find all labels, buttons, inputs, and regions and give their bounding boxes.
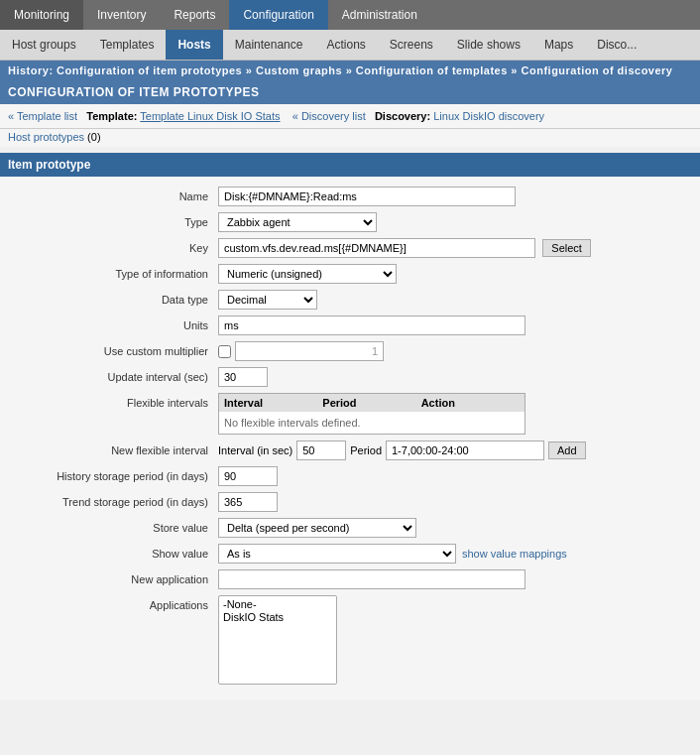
- dtype-row: Data type Decimal Octal Hexadecimal: [0, 290, 700, 310]
- dtype-label: Data type: [0, 290, 218, 306]
- host-prototypes-count: (0): [87, 131, 100, 143]
- history-input[interactable]: [218, 466, 278, 486]
- discovery-label: Discovery:: [375, 110, 430, 122]
- template-list-link[interactable]: « Template list: [8, 110, 77, 122]
- key-input[interactable]: [218, 238, 535, 258]
- store-select[interactable]: As is Delta (speed per second) Delta (si…: [218, 518, 416, 538]
- show-select[interactable]: As is: [218, 544, 456, 564]
- name-control: [218, 187, 700, 206]
- nav-host-groups[interactable]: Host groups: [0, 30, 88, 60]
- top-nav: Monitoring Inventory Reports Configurati…: [0, 0, 700, 30]
- trend-label: Trend storage period (in days): [0, 492, 218, 508]
- units-label: Units: [0, 315, 218, 331]
- name-row: Name: [0, 187, 700, 206]
- period-input[interactable]: [386, 440, 544, 460]
- type-select[interactable]: Zabbix agent Zabbix agent (active) Simpl…: [218, 212, 377, 232]
- nav-reports[interactable]: Reports: [160, 0, 229, 30]
- type-label: Type: [0, 212, 218, 228]
- custmult-row: Use custom multiplier: [0, 341, 700, 361]
- col-action-header: Action: [421, 397, 520, 409]
- nav-actions[interactable]: Actions: [314, 30, 377, 60]
- new-app-input[interactable]: [218, 569, 525, 589]
- nav-disco[interactable]: Disco...: [585, 30, 648, 60]
- new-flex-inputs: Interval (in sec) Period Add: [218, 440, 690, 460]
- breadcrumb-bar: History: Configuration of item prototype…: [0, 61, 700, 80]
- store-label: Store value: [0, 518, 218, 534]
- add-flex-button[interactable]: Add: [548, 441, 586, 459]
- nav-slide-shows[interactable]: Slide shows: [445, 30, 532, 60]
- flex-row: Flexible intervals Interval Period Actio…: [0, 393, 700, 435]
- applications-label: Applications: [0, 595, 218, 611]
- new-app-label: New application: [0, 569, 218, 585]
- template-name-link[interactable]: Template Linux Disk IO Stats: [140, 110, 280, 122]
- period-label: Period: [350, 444, 382, 456]
- store-control: As is Delta (speed per second) Delta (si…: [218, 518, 700, 538]
- template-label: Template:: [86, 110, 137, 122]
- key-select-button[interactable]: Select: [542, 239, 591, 257]
- units-control: [218, 315, 700, 335]
- units-input[interactable]: [218, 315, 525, 335]
- second-nav: Host groups Templates Hosts Maintenance …: [0, 30, 700, 61]
- nav-hosts[interactable]: Hosts: [166, 30, 222, 60]
- nav-maps[interactable]: Maps: [532, 30, 585, 60]
- section-header: Item prototype: [0, 153, 700, 177]
- dtype-select[interactable]: Decimal Octal Hexadecimal: [218, 290, 317, 310]
- breadcrumb-history-label: History:: [8, 64, 54, 76]
- page-title-bar: CONFIGURATION OF ITEM PROTOTYPES: [0, 80, 700, 104]
- nav-administration[interactable]: Administration: [328, 0, 431, 30]
- trend-input[interactable]: [218, 492, 278, 512]
- history-control: [218, 466, 700, 486]
- custom-mult-checkbox[interactable]: [218, 345, 231, 358]
- nav-screens[interactable]: Screens: [378, 30, 445, 60]
- show-control: As is show value mappings: [218, 544, 700, 564]
- trend-control: [218, 492, 700, 512]
- store-row: Store value As is Delta (speed per secon…: [0, 518, 700, 538]
- interval-in-sec-label: Interval (in sec): [218, 444, 292, 456]
- custom-mult-input[interactable]: [235, 341, 384, 361]
- show-label: Show value: [0, 544, 218, 560]
- key-control: Select: [218, 238, 700, 258]
- new-flex-control: Interval (in sec) Period Add: [218, 440, 700, 460]
- custmult-label: Use custom multiplier: [0, 341, 218, 357]
- info-row: Type of information Numeric (unsigned) N…: [0, 264, 700, 284]
- key-row: Key Select: [0, 238, 700, 258]
- host-prototypes-link[interactable]: Host prototypes: [8, 131, 84, 143]
- flex-table: Interval Period Action No flexible inter…: [218, 393, 525, 435]
- name-input[interactable]: [218, 187, 516, 206]
- new-flex-row: New flexible interval Interval (in sec) …: [0, 440, 700, 460]
- section-title: Item prototype: [8, 158, 90, 172]
- nav-inventory[interactable]: Inventory: [83, 0, 160, 30]
- nav-maintenance[interactable]: Maintenance: [223, 30, 315, 60]
- custmult-control: [218, 341, 700, 361]
- new-app-row: New application: [0, 569, 700, 589]
- type-control: Zabbix agent Zabbix agent (active) Simpl…: [218, 212, 700, 232]
- discovery-name-link[interactable]: Linux DiskIO discovery: [433, 110, 544, 122]
- page-title: CONFIGURATION OF ITEM PROTOTYPES: [8, 85, 260, 99]
- flex-control: Interval Period Action No flexible inter…: [218, 393, 700, 435]
- col-period-header: Period: [322, 397, 420, 409]
- applications-control: -None- DiskIO Stats: [218, 595, 700, 685]
- trend-row: Trend storage period (in days): [0, 492, 700, 512]
- name-label: Name: [0, 187, 218, 202]
- sub-breadcrumb: « Template list Template: Template Linux…: [0, 104, 700, 129]
- applications-select[interactable]: -None- DiskIO Stats: [218, 595, 337, 685]
- info-select[interactable]: Numeric (unsigned) Numeric (float) Chara…: [218, 264, 397, 284]
- nav-configuration[interactable]: Configuration: [229, 0, 327, 30]
- interval-input[interactable]: [296, 440, 346, 460]
- new-flex-label: New flexible interval: [0, 440, 218, 456]
- history-label: History storage period (in days): [0, 466, 218, 482]
- flex-table-body: No flexible intervals defined.: [219, 412, 525, 434]
- update-row: Update interval (sec): [0, 367, 700, 387]
- host-prototypes-line: Host prototypes (0): [0, 129, 700, 147]
- type-row: Type Zabbix agent Zabbix agent (active) …: [0, 212, 700, 232]
- show-row: Show value As is show value mappings: [0, 544, 700, 564]
- update-label: Update interval (sec): [0, 367, 218, 383]
- nav-monitoring[interactable]: Monitoring: [0, 0, 83, 30]
- nav-templates[interactable]: Templates: [88, 30, 167, 60]
- form-area: Name Type Zabbix agent Zabbix agent (act…: [0, 177, 700, 700]
- info-control: Numeric (unsigned) Numeric (float) Chara…: [218, 264, 700, 284]
- update-input[interactable]: [218, 367, 268, 387]
- units-row: Units: [0, 315, 700, 335]
- discovery-list-link[interactable]: « Discovery list: [292, 110, 366, 122]
- show-value-mappings-link[interactable]: show value mappings: [462, 548, 567, 560]
